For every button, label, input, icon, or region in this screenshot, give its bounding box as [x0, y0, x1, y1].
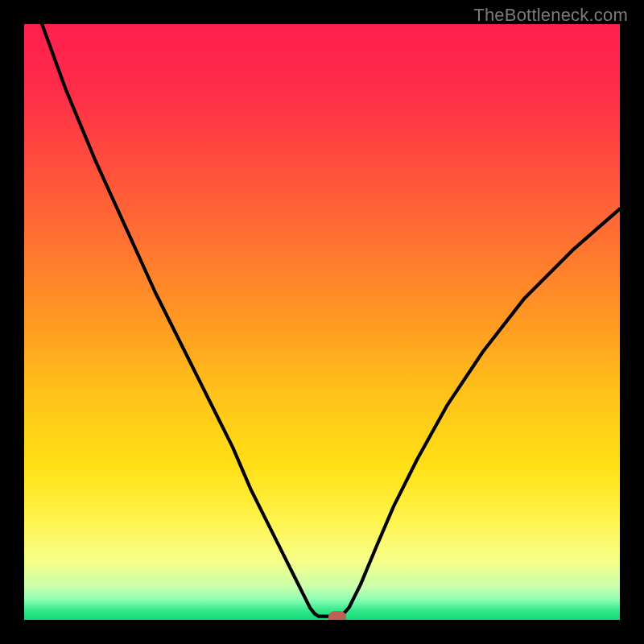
watermark-label: TheBottleneck.com [473, 5, 628, 26]
plot-area [24, 24, 620, 620]
chart-frame: TheBottleneck.com [0, 0, 644, 644]
optimum-marker [328, 611, 346, 620]
bottleneck-curve [24, 24, 620, 620]
